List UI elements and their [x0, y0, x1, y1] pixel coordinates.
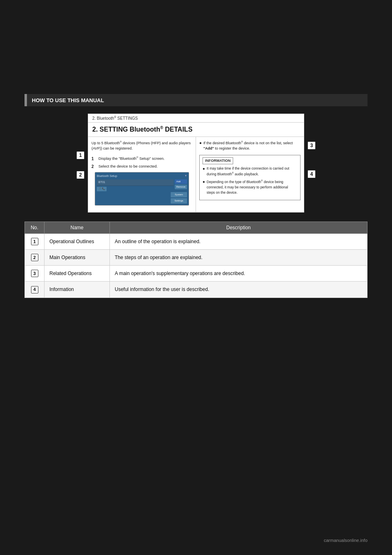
section-header-text: HOW TO USE THIS MANUAL: [32, 97, 104, 103]
row-2-desc: The steps of an operation are explained.: [110, 249, 368, 265]
right-bullet-1: ● If the desired Bluetooth® device is no…: [199, 140, 301, 152]
diagram-body: Up to 5 Bluetooth® devices (Phones (HFP)…: [88, 137, 304, 212]
col-name: Name: [45, 222, 110, 233]
row-1-desc: An outline of the operation is explained…: [110, 233, 368, 249]
callout-label-1: 1: [76, 151, 85, 159]
mock-screen: Bluetooth Setup ▼ BT01 🎵 📞: [95, 172, 189, 206]
row-1-no: 1: [25, 233, 45, 249]
content-area: HOW TO USE THIS MANUAL 1 2 3 4 2. Bluet: [24, 94, 368, 298]
row-3-no: 3: [25, 266, 45, 282]
step-2-text: Select the device to be connected.: [98, 163, 158, 169]
steps-area: 1 Display the "Bluetooth® Setup" screen.…: [91, 156, 192, 170]
table-row: 3 Related Operations A main operation's …: [25, 266, 368, 282]
table-body: 1 Operational Outlines An outline of the…: [25, 233, 368, 298]
diagram-top-label: 2. Bluetooth® SETTINGS: [92, 116, 138, 121]
callout-label-3: 3: [307, 141, 316, 150]
table-row: 2 Main Operations The steps of an operat…: [25, 249, 368, 265]
step-1-row: 1 Display the "Bluetooth® Setup" screen.: [91, 156, 192, 162]
mock-side-btns: System Settings: [97, 192, 187, 204]
diagram-body-text: Up to 5 Bluetooth® devices (Phones (HFP)…: [91, 140, 192, 152]
info-table: No. Name Description 1 Operational Outli…: [24, 222, 368, 298]
row-4-name: Information: [45, 282, 110, 298]
mock-remove-btn: Remove: [175, 185, 187, 189]
step-1-num: 1: [91, 156, 96, 162]
col-no: No.: [25, 222, 45, 233]
info-box-title: INFORMATION: [203, 157, 233, 165]
mock-system-btn: System: [171, 192, 187, 197]
row-4-desc: Useful information for the user is descr…: [110, 282, 368, 298]
row-4-no: 4: [25, 282, 45, 298]
diagram-right-panel: ● If the desired Bluetooth® device is no…: [196, 137, 304, 212]
right-bullet-1-text: If the desired Bluetooth® device is not …: [203, 140, 301, 152]
mock-add-btn: Add: [175, 179, 187, 184]
info-bullet-1: ● It may take time if the device connect…: [203, 166, 297, 177]
watermark-text: carmanualsonline.info: [324, 538, 368, 543]
section-header: HOW TO USE THIS MANUAL: [24, 94, 368, 106]
step-1-text: Display the "Bluetooth® Setup" screen.: [98, 156, 165, 161]
table-header: No. Name Description: [25, 222, 368, 233]
mock-list-item-bt01: BT01: [97, 179, 174, 186]
info-box: INFORMATION ● It may take time if the de…: [199, 155, 301, 200]
table-row: 1 Operational Outlines An outline of the…: [25, 233, 368, 249]
diagram-inner-header: 2. Bluetooth® SETTINGS: [88, 114, 304, 123]
row-2-name: Main Operations: [45, 249, 110, 265]
mock-btn-icons: 🎵 📞: [97, 187, 107, 191]
diagram-container: 1 2 3 4 2. Bluetooth® SETTINGS 2. SETTIN…: [24, 114, 368, 213]
watermark: carmanualsonline.info: [324, 538, 368, 543]
step-2-row: 2 Select the device to be connected.: [91, 163, 192, 170]
row-2-no: 2: [25, 249, 45, 265]
info-box-text: ● It may take time if the device connect…: [203, 166, 297, 195]
callout-label-4: 4: [307, 170, 316, 178]
row-1-name: Operational Outlines: [45, 233, 110, 249]
row-3-desc: A main operation's supplementary operati…: [110, 266, 368, 282]
col-description: Description: [110, 222, 368, 233]
page: HOW TO USE THIS MANUAL 1 2 3 4 2. Bluet: [0, 0, 392, 555]
step-2-num: 2: [91, 163, 96, 170]
table-row: 4 Information Useful information for the…: [25, 282, 368, 298]
diagram-box: 2. Bluetooth® SETTINGS 2. SETTING Blueto…: [88, 114, 304, 213]
diagram-title: 2. SETTING Bluetooth® DETAILS: [88, 123, 304, 137]
info-bullet-2: ● Depending on the type of Bluetooth® de…: [203, 179, 297, 195]
row-3-name: Related Operations: [45, 266, 110, 282]
diagram-left-panel: Up to 5 Bluetooth® devices (Phones (HFP)…: [88, 137, 196, 212]
callout-label-2: 2: [76, 171, 85, 179]
diagram-title-text: 2. SETTING Bluetooth® DETAILS: [92, 126, 192, 133]
mock-screen-header: Bluetooth Setup: [97, 174, 117, 179]
mock-settings-btn: Settings: [171, 198, 187, 204]
